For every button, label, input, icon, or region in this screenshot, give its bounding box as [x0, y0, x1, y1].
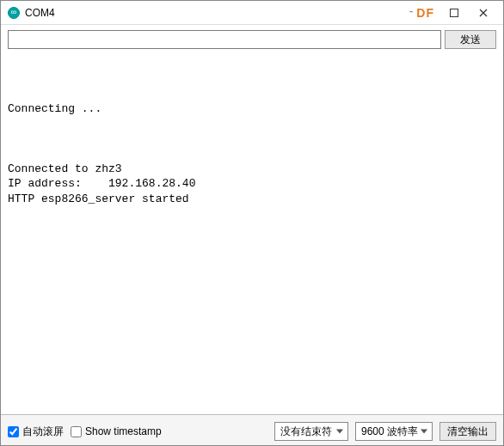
close-button[interactable]: [469, 2, 498, 24]
baud-rate-value: 9600 波特率: [361, 425, 418, 439]
titlebar: COM4 - DF: [1, 1, 503, 25]
baud-rate-select[interactable]: 9600 波特率: [355, 422, 433, 441]
dash-icon: -: [409, 4, 414, 18]
arduino-icon: [8, 7, 20, 19]
send-row: 发送: [1, 25, 503, 52]
line-ending-value: 没有结束符: [280, 425, 332, 439]
maximize-button[interactable]: [439, 2, 469, 24]
send-button[interactable]: 发送: [445, 30, 496, 49]
brand-label: DF: [416, 6, 434, 20]
bottom-bar: 自动滚屏 Show timestamp 没有结束符 9600 波特率 清空输出: [1, 415, 503, 446]
autoscroll-label: 自动滚屏: [22, 425, 64, 439]
line-ending-select[interactable]: 没有结束符: [274, 422, 348, 441]
timestamp-label: Show timestamp: [85, 425, 162, 437]
window-title: COM4: [25, 7, 55, 19]
timestamp-checkbox[interactable]: Show timestamp: [71, 425, 162, 437]
serial-input[interactable]: [8, 30, 441, 49]
autoscroll-checkbox[interactable]: 自动滚屏: [8, 425, 64, 439]
svg-rect-0: [451, 9, 458, 16]
serial-output[interactable]: Connecting ... Connected to zhz3 IP addr…: [1, 52, 503, 415]
clear-output-button[interactable]: 清空输出: [439, 422, 496, 441]
